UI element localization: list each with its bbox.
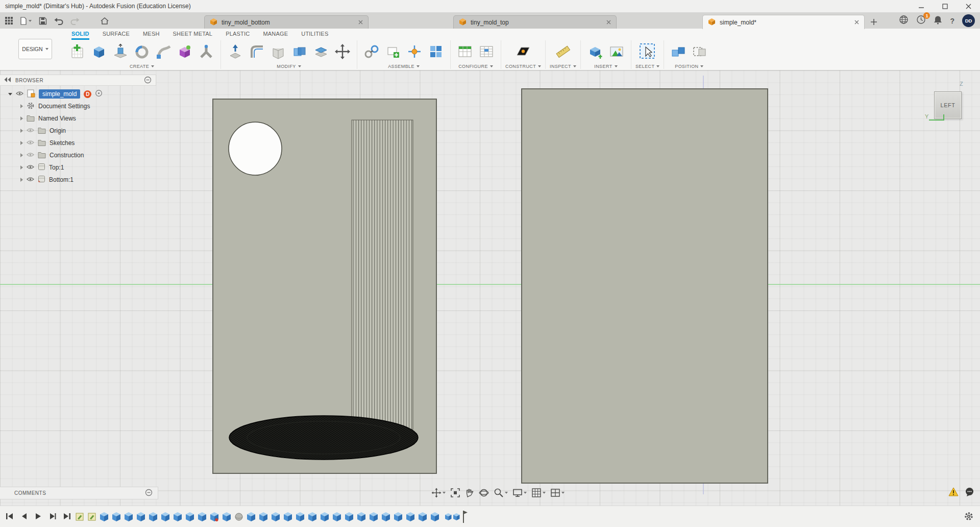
tree-item-label[interactable]: Construction [50, 152, 84, 159]
tab-surface[interactable]: SURFACE [103, 30, 130, 40]
timeline-feature-warning[interactable] [210, 512, 218, 521]
save-icon[interactable] [39, 17, 47, 25]
box-primitive-icon[interactable] [89, 41, 109, 62]
timeline-feature[interactable] [174, 512, 182, 521]
tree-item-label[interactable]: Bottom:1 [49, 176, 74, 183]
app-grid-icon[interactable] [5, 17, 13, 25]
timeline-playhead-marker[interactable] [463, 511, 468, 523]
visibility-eye-icon[interactable] [27, 176, 34, 183]
warning-icon[interactable] [948, 487, 959, 498]
expand-arrow-icon[interactable] [20, 178, 23, 182]
timeline-feature[interactable] [198, 512, 206, 521]
new-component-icon[interactable] [383, 41, 403, 62]
combine-icon[interactable] [289, 41, 310, 62]
timeline-feature[interactable] [321, 512, 329, 521]
avatar[interactable]: DD [962, 14, 975, 27]
tree-item-label[interactable]: Document Settings [38, 103, 90, 110]
configuration-table-icon[interactable] [476, 41, 497, 62]
orbit-icon[interactable] [479, 488, 489, 498]
group-label-create[interactable]: CREATE [130, 64, 154, 69]
tab-tiny-mold-top[interactable]: tiny_mold_top [453, 15, 617, 29]
pan-icon[interactable] [465, 488, 474, 498]
timeline-feature[interactable] [406, 512, 414, 521]
timeline-feature[interactable] [112, 512, 120, 521]
close-tab-icon[interactable] [358, 19, 363, 26]
joint-icon[interactable] [361, 41, 382, 62]
configure-icon[interactable] [455, 41, 475, 62]
capture-position-icon[interactable] [668, 41, 689, 62]
fillet-icon[interactable] [247, 41, 267, 62]
measure-icon[interactable] [553, 41, 573, 62]
timeline-feature[interactable] [357, 512, 365, 521]
minimize-icon[interactable] [910, 0, 933, 13]
extrude-icon[interactable] [110, 41, 131, 62]
press-pull-icon[interactable] [225, 41, 246, 62]
timeline-feature[interactable] [125, 512, 133, 521]
expanded-arrow-icon[interactable] [8, 93, 12, 95]
revolve-icon[interactable] [132, 41, 152, 62]
decal-icon[interactable] [606, 41, 627, 62]
maximize-icon[interactable] [933, 0, 957, 13]
visibility-eye-icon[interactable] [27, 164, 34, 171]
grid-settings-icon[interactable] [531, 488, 546, 498]
timeline-feature[interactable] [284, 512, 292, 521]
expand-arrow-icon[interactable] [20, 153, 23, 157]
viewports-icon[interactable] [550, 488, 565, 498]
tab-simple-mold[interactable]: simple_mold* [702, 15, 865, 29]
timeline-feature[interactable] [419, 512, 427, 521]
tree-item-bottom-1[interactable]: Bottom:1 [0, 174, 156, 186]
joint-origin-icon[interactable] [404, 41, 425, 62]
group-label-configure[interactable]: CONFIGURE [458, 64, 493, 69]
create-sketch-icon[interactable] [67, 41, 88, 62]
timeline-feature[interactable] [272, 512, 280, 521]
construction-plane-icon[interactable] [513, 41, 533, 62]
redo-icon[interactable] [70, 17, 80, 25]
expand-arrow-icon[interactable] [20, 116, 23, 121]
revert-position-icon[interactable] [690, 41, 710, 62]
tree-item-origin[interactable]: Origin [0, 125, 156, 137]
timeline-gear-icon[interactable] [964, 511, 974, 523]
timeline-feature[interactable] [445, 513, 451, 520]
timeline-feature[interactable] [149, 512, 157, 521]
tab-manage[interactable]: MANAGE [263, 30, 288, 40]
navigate-icon[interactable] [431, 488, 446, 498]
tab-sheet-metal[interactable]: SHEET METAL [173, 30, 213, 40]
expand-arrow-icon[interactable] [20, 129, 23, 133]
comments-options-icon[interactable] [145, 489, 153, 497]
offset-face-icon[interactable] [311, 41, 331, 62]
tree-item-label[interactable]: Named Views [38, 115, 76, 122]
step-back-icon[interactable] [19, 512, 29, 520]
timeline-feature[interactable] [223, 512, 231, 521]
timeline-feature[interactable] [333, 512, 341, 521]
comments-bar[interactable]: COMMENTS [0, 487, 158, 499]
viewcube[interactable]: Z LEFT Y [931, 81, 977, 128]
timeline-sketch-feature[interactable] [76, 513, 83, 520]
timeline-feature[interactable] [394, 512, 402, 521]
timeline-feature[interactable] [370, 512, 378, 521]
visibility-eye-icon[interactable] [27, 152, 34, 159]
go-to-end-icon[interactable] [62, 512, 71, 520]
step-forward-icon[interactable] [48, 512, 57, 520]
file-menu-icon[interactable] [20, 17, 32, 25]
collapse-panel-icon[interactable] [4, 77, 11, 84]
visibility-eye-icon[interactable] [16, 90, 23, 98]
group-label-insert[interactable]: INSERT [594, 64, 617, 69]
radio-target-icon[interactable] [95, 89, 103, 99]
pipe-icon[interactable] [196, 41, 216, 62]
group-label-construct[interactable]: CONSTRUCT [505, 64, 541, 69]
group-label-position[interactable]: POSITION [675, 64, 703, 69]
play-icon[interactable] [34, 512, 43, 520]
close-tab-icon[interactable] [606, 19, 611, 26]
tab-plastic[interactable]: PLASTIC [226, 30, 250, 40]
timeline-feature[interactable] [308, 512, 316, 521]
extensions-globe-icon[interactable] [899, 15, 909, 27]
timeline-feature[interactable] [137, 512, 145, 521]
root-label[interactable]: simple_mold [39, 89, 80, 99]
zoom-icon[interactable] [494, 488, 508, 498]
shell-icon[interactable] [268, 41, 288, 62]
close-tab-icon[interactable] [854, 19, 859, 26]
group-label-select[interactable]: SELECT [635, 64, 659, 69]
timeline-sphere-feature[interactable] [235, 513, 242, 520]
tree-item-label[interactable]: Origin [50, 127, 66, 134]
model-bottom-body[interactable] [522, 89, 768, 483]
